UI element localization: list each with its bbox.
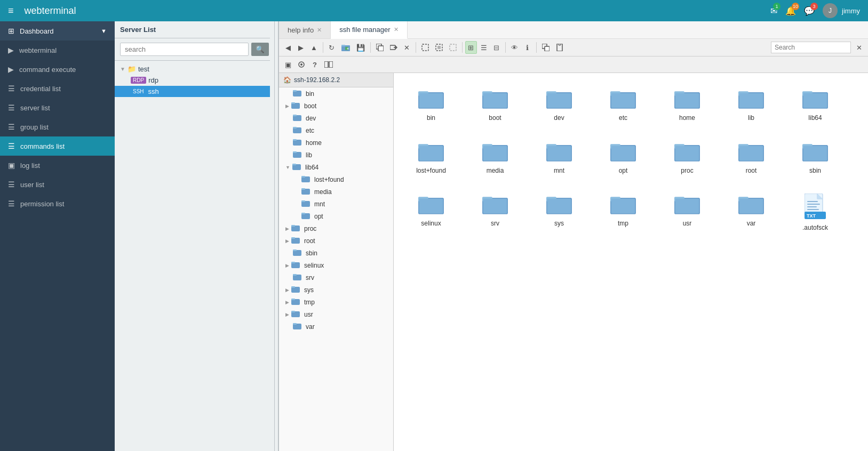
back-button[interactable]: ◀ bbox=[282, 41, 294, 54]
file-item-folder[interactable]: bin bbox=[404, 84, 458, 126]
user-info[interactable]: J jimmy bbox=[823, 3, 860, 18]
terminal-button[interactable]: ▣ bbox=[282, 58, 294, 71]
ft-item-label: sbin bbox=[306, 249, 317, 257]
file-item-folder[interactable]: root bbox=[724, 136, 778, 179]
new-folder-button[interactable]: + bbox=[339, 41, 353, 54]
file-item-folder[interactable]: dev bbox=[532, 84, 586, 126]
sidebar-item-server-list[interactable]: ☰ server list bbox=[0, 98, 115, 117]
file-item-folder[interactable]: lib64 bbox=[789, 84, 842, 126]
file-tree-item[interactable]: lost+found bbox=[279, 173, 393, 186]
move-to-button[interactable] bbox=[387, 41, 400, 54]
file-item-folder[interactable]: lost+found bbox=[404, 136, 458, 179]
tab-close-help-info[interactable]: ✕ bbox=[317, 27, 322, 34]
sidebar-item-log-list[interactable]: ▣ log list bbox=[0, 156, 115, 175]
select-all-button[interactable] bbox=[419, 41, 432, 54]
view-button[interactable] bbox=[295, 58, 308, 71]
paste-button[interactable] bbox=[553, 41, 566, 54]
avatar: J bbox=[823, 3, 838, 18]
file-item-folder[interactable]: etc bbox=[596, 84, 650, 126]
mail-button[interactable]: ✉ 1 bbox=[770, 6, 777, 16]
file-item-folder[interactable]: media bbox=[468, 136, 522, 179]
delete-button[interactable]: ✕ bbox=[401, 41, 413, 54]
file-item-folder[interactable]: opt bbox=[596, 136, 650, 179]
file-item-folder[interactable]: home bbox=[660, 84, 714, 126]
tab-ssh-file-manager[interactable]: ssh file manager ✕ bbox=[331, 21, 407, 39]
sidebar-item-credential-list[interactable]: ☰ credential list bbox=[0, 79, 115, 98]
file-tree-item[interactable]: home bbox=[279, 136, 393, 149]
file-tree-item[interactable]: bin bbox=[279, 87, 393, 100]
sidebar-item-command-execute[interactable]: ▶ command execute bbox=[0, 60, 115, 79]
file-item-folder[interactable]: mnt bbox=[532, 136, 586, 179]
svg-rect-23 bbox=[291, 102, 295, 104]
sidebar-item-user-list[interactable]: ☰ user list bbox=[0, 175, 115, 194]
file-item-folder[interactable]: selinux bbox=[404, 189, 458, 236]
tree-item-ssh[interactable]: SSH ssh bbox=[115, 86, 274, 97]
server-search-input[interactable] bbox=[120, 43, 249, 56]
hamburger-icon[interactable]: ≡ bbox=[8, 5, 14, 17]
forward-button[interactable]: ▶ bbox=[295, 41, 307, 54]
select-none-button[interactable] bbox=[447, 41, 459, 54]
sidebar-item-commands-list[interactable]: ☰ commands list bbox=[0, 136, 115, 156]
invert-button[interactable] bbox=[433, 41, 445, 54]
file-tree-root[interactable]: 🏠 ssh-192.168.2.2 bbox=[279, 73, 393, 87]
details-view-button[interactable]: ☰ bbox=[478, 41, 490, 54]
resize-handle[interactable] bbox=[275, 21, 279, 451]
file-tree-item[interactable]: ▶ selinux bbox=[279, 259, 393, 271]
toolbar-search-input[interactable] bbox=[771, 42, 851, 53]
copy-to-button[interactable] bbox=[373, 41, 386, 54]
file-tree-item[interactable]: ▼ lib64 bbox=[279, 161, 393, 173]
icons-view-button[interactable]: ⊞ bbox=[465, 41, 477, 54]
file-item-folder[interactable]: boot bbox=[468, 84, 522, 126]
svg-rect-98 bbox=[739, 146, 763, 160]
help-button[interactable]: ? bbox=[309, 58, 321, 71]
file-tree-item[interactable]: etc bbox=[279, 124, 393, 136]
file-item-folder[interactable]: lib bbox=[724, 84, 778, 126]
file-item-folder[interactable]: sys bbox=[532, 189, 586, 236]
server-panel-scrollbar[interactable] bbox=[270, 21, 274, 451]
tab-close-ssh-file-manager[interactable]: ✕ bbox=[394, 26, 399, 33]
file-tree-item[interactable]: lib bbox=[279, 149, 393, 161]
tab-help-info[interactable]: help info ✕ bbox=[279, 21, 331, 38]
file-tree-item[interactable]: dev bbox=[279, 112, 393, 124]
sidebar-item-permission-list[interactable]: ☰ permission list bbox=[0, 194, 115, 213]
file-tree-item[interactable]: ▶ boot bbox=[279, 100, 393, 112]
server-panel-hscrollbar[interactable] bbox=[115, 447, 270, 451]
save-button[interactable]: 💾 bbox=[354, 41, 368, 54]
file-tree-item[interactable]: ▶ usr bbox=[279, 308, 393, 320]
file-tree-item[interactable]: ▶ sys bbox=[279, 284, 393, 296]
file-tree-item[interactable]: media bbox=[279, 186, 393, 198]
toolbar-search-close[interactable]: ✕ bbox=[853, 41, 865, 54]
file-item-folder[interactable]: var bbox=[724, 189, 778, 236]
reload-button[interactable]: ↻ bbox=[326, 41, 338, 54]
file-tree-item[interactable]: var bbox=[279, 320, 393, 333]
file-tree-item[interactable]: ▶ tmp bbox=[279, 296, 393, 308]
file-item-txt[interactable]: TXT .autofsck bbox=[789, 189, 842, 236]
sidebar-item-webterminal[interactable]: ▶ webterminal bbox=[0, 41, 115, 60]
file-item-folder[interactable]: proc bbox=[660, 136, 714, 179]
header-left: ≡ webterminal bbox=[8, 5, 76, 17]
bell-button[interactable]: 🔔 10 bbox=[785, 6, 796, 16]
file-item-folder[interactable]: usr bbox=[660, 189, 714, 236]
copy-button[interactable] bbox=[539, 41, 552, 54]
compact-view-button[interactable]: ⊟ bbox=[491, 41, 503, 54]
file-item-folder[interactable]: srv bbox=[468, 189, 522, 236]
file-item-folder[interactable]: tmp bbox=[596, 189, 650, 236]
tree-item-group-test[interactable]: ▼ 📁 test bbox=[115, 63, 274, 75]
svg-rect-5 bbox=[378, 46, 384, 51]
file-tree-item[interactable]: opt bbox=[279, 210, 393, 222]
file-tree-item[interactable]: ▶ root bbox=[279, 235, 393, 247]
file-tree-item[interactable]: mnt bbox=[279, 198, 393, 210]
sidebar-item-group-list[interactable]: ☰ group list bbox=[0, 117, 115, 136]
file-tree-item[interactable]: srv bbox=[279, 271, 393, 284]
up-button[interactable]: ▲ bbox=[308, 41, 320, 54]
server-search-button[interactable]: 🔍 bbox=[251, 43, 269, 56]
chat-button[interactable]: 💬 3 bbox=[804, 6, 815, 16]
file-item-folder[interactable]: sbin bbox=[789, 136, 842, 179]
file-tree-item[interactable]: ▶ proc bbox=[279, 222, 393, 235]
dual-pane-button[interactable] bbox=[322, 58, 336, 71]
info-button[interactable]: ℹ bbox=[522, 41, 533, 54]
file-tree-item[interactable]: sbin bbox=[279, 247, 393, 259]
sidebar-item-dashboard[interactable]: ⊞ Dashboard ▼ bbox=[0, 21, 115, 41]
preview-button[interactable]: 👁 bbox=[508, 41, 521, 54]
tree-item-rdp[interactable]: RDP rdp bbox=[115, 75, 274, 86]
